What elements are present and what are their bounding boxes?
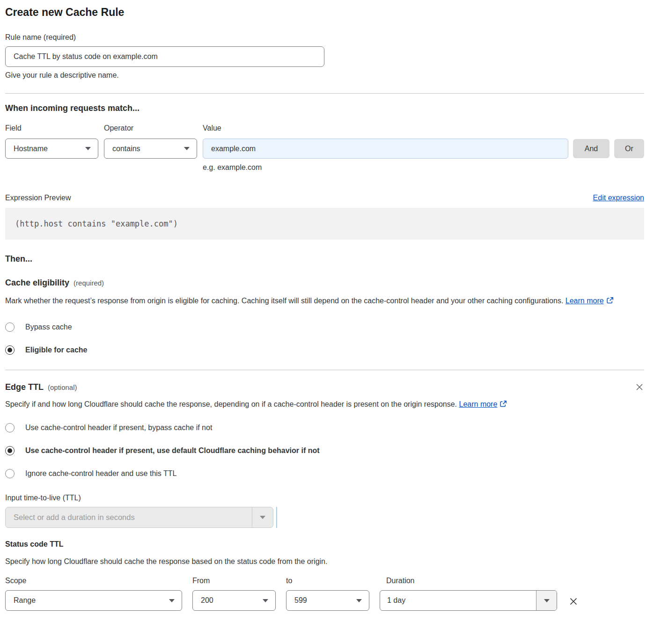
and-button[interactable]: And xyxy=(573,139,610,158)
radio-label: Use cache-control header if present, use… xyxy=(25,446,320,455)
radio-button-unselected[interactable] xyxy=(5,322,15,332)
duration-value: 1 day xyxy=(380,591,536,610)
chevron-down-icon xyxy=(260,516,265,519)
to-select[interactable]: 599 xyxy=(286,590,369,611)
close-icon xyxy=(635,382,644,392)
edge-ttl-heading: Edge TTL(optional) xyxy=(5,382,77,392)
chevron-down-icon xyxy=(169,599,175,602)
rule-name-help: Give your rule a descriptive name. xyxy=(5,71,644,80)
radio-label: Use cache-control header if present, byp… xyxy=(25,424,212,432)
section-divider xyxy=(5,93,644,94)
match-section-heading: When incoming requests match... xyxy=(5,103,644,113)
value-help: e.g. example.com xyxy=(203,163,568,172)
close-edge-ttl-button[interactable] xyxy=(635,382,644,392)
radio-bypass-cache[interactable]: Bypass cache xyxy=(5,322,644,332)
remove-status-code-row-button[interactable] xyxy=(568,596,579,607)
field-select-value: Hostname xyxy=(14,145,48,153)
external-link-icon xyxy=(606,295,614,308)
radio-button-selected[interactable] xyxy=(5,446,15,455)
status-code-ttl-row: Scope Range From 200 to 599 Duration 1 d… xyxy=(5,577,644,611)
ttl-input-label: Input time-to-live (TTL) xyxy=(5,494,644,502)
dropdown-arrow-button[interactable] xyxy=(252,507,273,527)
operator-label: Operator xyxy=(104,124,197,132)
duration-label: Duration xyxy=(380,577,557,585)
external-link-icon xyxy=(499,399,507,412)
learn-more-link[interactable]: Learn more xyxy=(459,400,498,408)
to-select-value: 599 xyxy=(294,596,307,605)
edge-ttl-header: Edge TTL(optional) xyxy=(5,382,644,392)
or-button[interactable]: Or xyxy=(614,139,644,158)
from-select-value: 200 xyxy=(201,596,213,605)
from-label: From xyxy=(192,577,276,585)
text-cursor xyxy=(276,507,277,528)
duration-combobox[interactable]: 1 day xyxy=(380,590,557,611)
radio-cache-control-default[interactable]: Use cache-control header if present, use… xyxy=(5,446,644,455)
ttl-select-row: Select or add a duration in seconds xyxy=(5,507,644,528)
operator-select-value: contains xyxy=(112,145,140,153)
radio-label: Eligible for cache xyxy=(25,346,87,354)
radio-label: Ignore cache-control header and use this… xyxy=(25,469,176,478)
edge-ttl-title: Edge TTL xyxy=(5,382,44,392)
dropdown-arrow-button[interactable] xyxy=(536,591,557,610)
cache-eligibility-heading: Cache eligibility(required) xyxy=(5,278,644,288)
field-select[interactable]: Hostname xyxy=(5,139,98,159)
page-title: Create new Cache Rule xyxy=(5,6,644,19)
optional-note: (optional) xyxy=(48,383,77,391)
expression-preview-header: Expression Preview Edit expression xyxy=(5,194,644,202)
close-icon xyxy=(568,596,579,607)
match-condition-row: Field Hostname Operator contains Value e… xyxy=(5,124,644,172)
radio-button-selected[interactable] xyxy=(5,345,15,355)
chevron-down-icon xyxy=(263,599,268,602)
section-divider xyxy=(5,370,644,370)
status-code-ttl-description: Specify how long Cloudflare should cache… xyxy=(5,555,632,568)
cache-eligibility-description: Mark whether the request’s response from… xyxy=(5,294,632,308)
radio-cache-control-bypass[interactable]: Use cache-control header if present, byp… xyxy=(5,423,644,432)
field-label: Field xyxy=(5,124,98,132)
value-input[interactable] xyxy=(203,139,568,159)
value-label: Value xyxy=(203,124,568,132)
edit-expression-link[interactable]: Edit expression xyxy=(593,194,644,202)
chevron-down-icon xyxy=(85,147,91,150)
ttl-duration-select[interactable]: Select or add a duration in seconds xyxy=(5,507,273,528)
scope-label: Scope xyxy=(5,577,182,585)
scope-select-value: Range xyxy=(14,596,36,605)
radio-ignore-cache-control[interactable]: Ignore cache-control header and use this… xyxy=(5,469,644,478)
radio-label: Bypass cache xyxy=(25,323,72,331)
radio-eligible-for-cache[interactable]: Eligible for cache xyxy=(5,345,644,355)
rule-name-label: Rule name (required) xyxy=(5,33,644,42)
to-label: to xyxy=(286,577,369,585)
then-heading: Then... xyxy=(5,254,644,264)
create-cache-rule-form: Create new Cache Rule Rule name (require… xyxy=(5,0,644,623)
edge-ttl-description-text: Specify if and how long Cloudflare shoul… xyxy=(5,400,457,408)
status-code-ttl-heading: Status code TTL xyxy=(5,540,644,549)
from-select[interactable]: 200 xyxy=(192,590,276,611)
edge-ttl-description: Specify if and how long Cloudflare shoul… xyxy=(5,398,632,412)
radio-button-unselected[interactable] xyxy=(5,423,15,432)
radio-button-unselected[interactable] xyxy=(5,469,15,478)
chevron-down-icon xyxy=(356,599,362,602)
rule-name-input[interactable] xyxy=(5,46,324,67)
cache-eligibility-title: Cache eligibility xyxy=(5,278,69,287)
chevron-down-icon xyxy=(184,147,190,150)
operator-select[interactable]: contains xyxy=(104,139,197,159)
learn-more-link[interactable]: Learn more xyxy=(566,297,604,305)
expression-preview-label: Expression Preview xyxy=(5,194,71,202)
scope-select[interactable]: Range xyxy=(5,590,182,611)
expression-code: (http.host contains "example.com") xyxy=(5,208,644,240)
chevron-down-icon xyxy=(544,599,550,602)
cache-eligibility-description-text: Mark whether the request’s response from… xyxy=(5,297,563,305)
ttl-duration-placeholder: Select or add a duration in seconds xyxy=(6,507,252,527)
required-note: (required) xyxy=(73,279,104,287)
